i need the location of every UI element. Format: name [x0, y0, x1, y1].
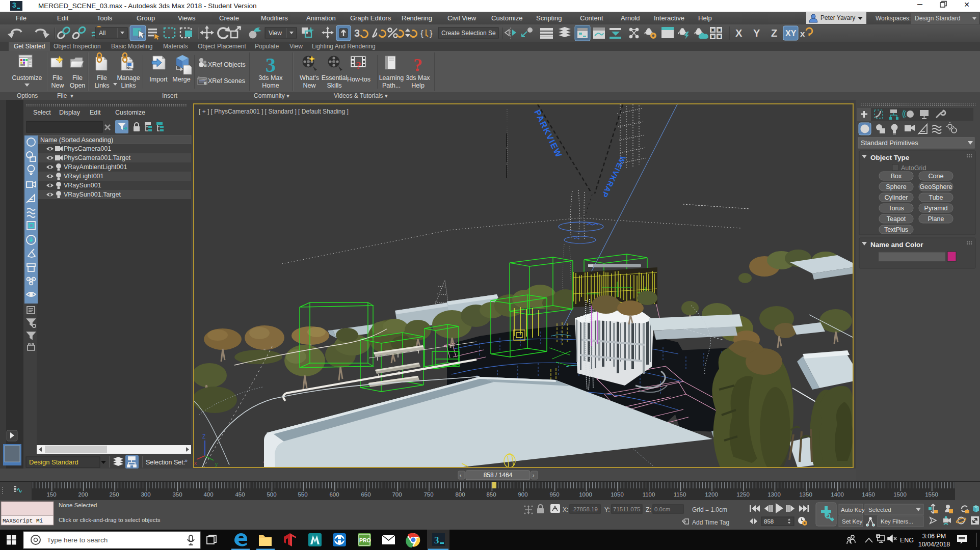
- svg-text:Cylinder: Cylinder: [885, 194, 908, 201]
- svg-text:»: »: [184, 457, 188, 463]
- svg-text:Z: Z: [771, 28, 777, 39]
- svg-text:Manage: Manage: [117, 74, 140, 81]
- svg-text:1200: 1200: [705, 491, 718, 498]
- svg-text:▣: ▣: [718, 34, 722, 39]
- svg-text:Click or click-and-drag to sel: Click or click-and-drag to select object…: [59, 517, 161, 523]
- svg-text:Set Key: Set Key: [842, 518, 863, 525]
- svg-text:250: 250: [109, 491, 119, 498]
- svg-text:400: 400: [203, 491, 213, 498]
- svg-text:AutoGrid: AutoGrid: [901, 164, 926, 172]
- svg-text:550: 550: [298, 491, 307, 498]
- svg-text:VRayLight001: VRayLight001: [64, 173, 104, 180]
- svg-text:850: 850: [486, 491, 496, 498]
- svg-text:3ds Max: 3ds Max: [258, 74, 283, 81]
- svg-text:GeoSphere: GeoSphere: [920, 183, 952, 190]
- svg-text:Type here to search: Type here to search: [47, 536, 108, 544]
- svg-text:Z:: Z:: [646, 506, 651, 513]
- svg-text:Standard Primitives: Standard Primitives: [861, 139, 918, 147]
- svg-text:Skills: Skills: [327, 82, 341, 89]
- svg-text:MAXScript Mi: MAXScript Mi: [3, 518, 43, 524]
- svg-text:600: 600: [329, 491, 339, 498]
- svg-text:0: 0: [204, 81, 206, 85]
- svg-text:x: x: [194, 460, 197, 466]
- svg-text:858: 858: [764, 518, 774, 525]
- svg-text:Pyramid: Pyramid: [924, 205, 948, 212]
- svg-text:Grid = 1.0cm: Grid = 1.0cm: [692, 506, 727, 513]
- svg-text:450: 450: [235, 491, 245, 498]
- svg-text:3:06 PM: 3:06 PM: [922, 533, 946, 540]
- svg-text:10/04/2018: 10/04/2018: [918, 541, 950, 548]
- svg-text:1500: 1500: [893, 491, 907, 498]
- svg-text:What's: What's: [300, 74, 319, 81]
- svg-text:New: New: [303, 82, 316, 89]
- svg-text:TextPlus: TextPlus: [884, 226, 908, 233]
- svg-text:Tube: Tube: [929, 194, 943, 201]
- svg-text:▣: ▣: [711, 28, 715, 32]
- svg-text:Links: Links: [121, 82, 136, 89]
- svg-text:▣: ▣: [711, 34, 715, 39]
- svg-text:Path...: Path...: [382, 82, 401, 89]
- svg-text:‹: ‹: [460, 473, 461, 478]
- svg-text:Edit: Edit: [90, 109, 101, 116]
- svg-text:700: 700: [392, 491, 402, 498]
- svg-text:Customize: Customize: [115, 109, 145, 116]
- svg-text:Cone: Cone: [929, 173, 944, 180]
- svg-text:1250: 1250: [736, 491, 750, 498]
- svg-text:Customize: Customize: [12, 74, 42, 81]
- svg-text:1050: 1050: [611, 491, 624, 498]
- svg-text:Import: Import: [149, 76, 168, 83]
- svg-text:Name (Sorted Ascending): Name (Sorted Ascending): [40, 136, 113, 144]
- svg-text:3: 3: [354, 28, 360, 39]
- svg-text:350: 350: [172, 491, 182, 498]
- svg-text:Box: Box: [891, 173, 902, 180]
- svg-text:Open: Open: [70, 82, 86, 89]
- svg-text:x: x: [800, 29, 805, 39]
- svg-text:Design Standard: Design Standard: [29, 458, 78, 466]
- svg-text:650: 650: [361, 491, 370, 498]
- svg-text:?: ?: [413, 55, 422, 75]
- svg-text:Z: Z: [202, 434, 205, 439]
- svg-text:VRaySun001: VRaySun001: [64, 182, 101, 189]
- svg-text:3ds Max: 3ds Max: [406, 74, 430, 81]
- svg-text:Teapot: Teapot: [887, 215, 906, 223]
- svg-text:1100: 1100: [643, 491, 655, 498]
- svg-text:0: 0: [204, 64, 206, 68]
- svg-text:Torus: Torus: [888, 205, 904, 212]
- svg-text:XY: XY: [785, 29, 797, 38]
- svg-text:1350: 1350: [799, 491, 812, 498]
- svg-text:Create Selection Se: Create Selection Se: [441, 30, 496, 37]
- svg-text:-27858.19: -27858.19: [571, 506, 598, 512]
- svg-text:750: 750: [423, 491, 433, 498]
- svg-text:1000: 1000: [579, 491, 592, 498]
- svg-text:[ + ] [ PhysCamera001 ] [ Stan: [ + ] [ PhysCamera001 ] [ Standard ] [ D…: [199, 108, 349, 115]
- svg-text:Help: Help: [411, 82, 425, 89]
- svg-text:▣: ▣: [718, 28, 722, 32]
- svg-text:Selected: Selected: [868, 507, 891, 513]
- svg-text:Name and Color: Name and Color: [870, 241, 923, 249]
- svg-text:1450: 1450: [862, 491, 875, 498]
- svg-text:View: View: [269, 30, 282, 37]
- svg-text:{: {: [420, 29, 423, 38]
- svg-text:3: 3: [266, 53, 276, 76]
- svg-text:}: }: [430, 29, 433, 38]
- svg-text:PhysCamera001.Target: PhysCamera001.Target: [64, 154, 131, 161]
- svg-text:›: ›: [533, 473, 534, 478]
- svg-text:Learning: Learning: [379, 74, 404, 81]
- svg-text:File: File: [97, 74, 107, 81]
- svg-text:800: 800: [455, 491, 465, 498]
- svg-text:150: 150: [46, 491, 56, 498]
- svg-text:How-tos: How-tos: [347, 76, 370, 83]
- svg-text:1150: 1150: [674, 491, 686, 498]
- svg-text:500: 500: [267, 491, 276, 498]
- svg-text:71511.075: 71511.075: [613, 506, 641, 512]
- svg-text:300: 300: [141, 491, 150, 498]
- svg-text:1400: 1400: [831, 491, 844, 498]
- svg-text:200: 200: [78, 491, 88, 498]
- svg-text:PRO: PRO: [359, 537, 371, 543]
- svg-text:None Selected: None Selected: [59, 502, 97, 508]
- svg-text:File: File: [72, 74, 83, 81]
- svg-text:Display: Display: [59, 109, 81, 116]
- svg-text:Merge: Merge: [172, 76, 190, 83]
- svg-text:X:: X:: [563, 506, 568, 513]
- svg-text:3: 3: [434, 535, 439, 545]
